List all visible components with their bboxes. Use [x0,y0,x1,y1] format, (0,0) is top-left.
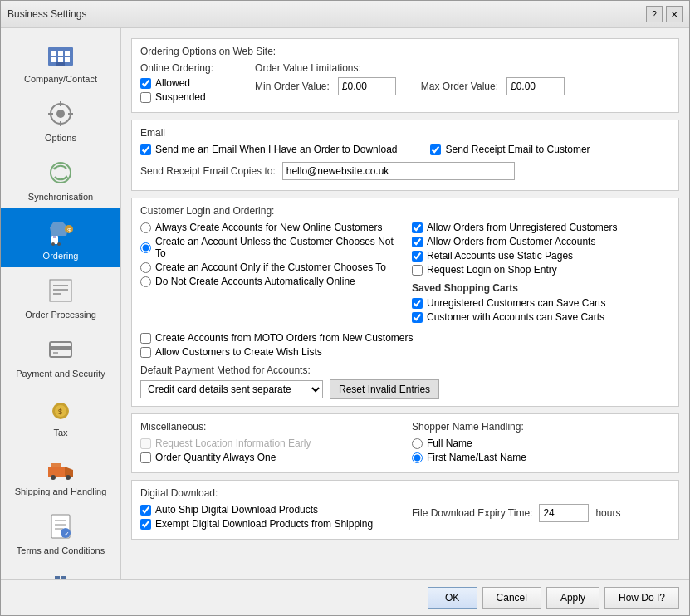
right-check-3: Request Login on Shop Entry [412,264,670,276]
title-controls: ? ✕ [646,6,683,22]
sidebar: Company/Contact Options Synchronisation … [1,28,121,579]
left-col: Always Create Accounts for New Online Cu… [140,222,399,325]
file-expiry-input[interactable] [539,504,589,522]
sidebar-item-address[interactable]: Address Lookup [1,562,120,579]
main-panel: Ordering Options on Web Site: Online Ord… [121,28,689,579]
radio-2[interactable] [140,262,151,273]
svg-text:$: $ [58,408,62,416]
options-icon [44,97,77,130]
exempt-digital-checkbox[interactable] [140,519,151,530]
radio-1[interactable] [140,242,151,253]
send-email-checkbox[interactable] [140,144,151,155]
saved-cart-checkbox-1[interactable] [412,312,423,323]
send-copies-label: Send Receipt Email Copies to: [140,165,276,177]
ok-button[interactable]: OK [428,587,477,609]
max-order-label: Max Order Value: [421,81,498,92]
order-qty-label: Order Quantity Always One [155,452,276,463]
radio-label-2: Create an Account Only if the Customer C… [155,262,386,273]
digital-left: Auto Ship Digital Download Products Exem… [140,504,399,532]
email-section: Email Send me an Email When I Have an Or… [131,120,679,191]
ordering-options-section: Ordering Options on Web Site: Online Ord… [131,38,679,113]
request-location-row: Request Location Information Early [140,438,399,449]
full-name-label: Full Name [427,438,472,449]
svg-text:✓: ✓ [64,530,70,538]
auto-ship-checkbox[interactable] [140,505,151,516]
svg-rect-7 [56,62,65,66]
file-expiry-row: File Download Expiry Time: hours [412,504,670,522]
default-payment-select[interactable]: Credit card details sent separate [140,380,323,398]
help-button[interactable]: ? [646,6,663,22]
sidebar-item-options[interactable]: Options [1,90,120,149]
extra-checkbox-0[interactable] [140,333,151,344]
svg-point-20 [57,242,61,246]
customer-login-section: Customer Login and Ordering: Always Crea… [131,198,679,407]
cancel-button[interactable]: Cancel [482,587,541,609]
saved-cart-check-0: Unregistered Customers can Save Carts [412,297,670,309]
sidebar-label-options: Options [45,133,76,143]
request-location-label: Request Location Information Early [155,438,311,449]
max-order-input[interactable] [506,77,565,95]
reset-invalid-button[interactable]: Reset Invalid Entries [330,379,439,399]
sidebar-item-shipping[interactable]: Shipping and Handling [1,444,120,503]
sidebar-item-company[interactable]: Company/Contact [1,32,120,90]
allowed-checkbox[interactable] [140,78,151,89]
sidebar-item-order-processing[interactable]: Order Processing [1,267,120,326]
apply-button[interactable]: Apply [546,587,599,609]
shopper-radio-fullname[interactable] [412,438,423,449]
radio-3[interactable] [140,276,151,287]
right-checkbox-3[interactable] [412,265,423,276]
shopper-name-group: Shopper Name Handling: Full Name First N… [412,421,670,466]
sidebar-item-synchronisation[interactable]: Synchronisation [1,149,120,208]
default-payment-row: Default Payment Method for Accounts: Cre… [140,364,670,399]
ordering-options-title: Ordering Options on Web Site: [140,46,670,57]
first-last-label: First Name/Last Name [427,452,526,463]
how-do-i-button[interactable]: How Do I? [604,587,679,609]
send-email-label: Send me an Email When I Have an Order to… [155,144,397,155]
svg-rect-18 [53,236,56,238]
sidebar-item-terms[interactable]: ✓ Terms and Conditions [1,503,120,562]
sidebar-item-payment[interactable]: Payment and Security [1,326,120,385]
min-order-input[interactable] [338,77,396,95]
sidebar-item-tax[interactable]: $ Tax [1,385,120,444]
svg-rect-2 [58,51,63,56]
saved-cart-checkbox-0[interactable] [412,298,423,309]
online-ordering-group: Online Ordering: Allowed Suspended [140,62,213,105]
default-payment-title: Default Payment Method for Accounts: [140,364,670,376]
close-button[interactable]: ✕ [666,6,683,22]
customer-login-cols: Always Create Accounts for New Online Cu… [140,222,670,325]
shopper-radio-1: First Name/Last Name [412,452,670,463]
svg-rect-4 [51,57,56,62]
radio-0[interactable] [140,222,151,233]
right-col: Allow Orders from Unregistered Customers… [412,222,670,325]
ordering-icon: $ [44,215,77,248]
sidebar-label-tax: Tax [53,428,67,438]
svg-point-36 [66,475,71,480]
right-checkbox-1[interactable] [412,237,423,247]
right-checkbox-2[interactable] [412,251,423,262]
suspended-checkbox[interactable] [140,92,151,103]
sidebar-label-payment: Payment and Security [16,369,105,379]
shopper-radio-firstlast[interactable] [412,452,423,463]
window-title: Business Settings [7,8,86,20]
min-order-label: Min Order Value: [255,81,330,92]
extra-check-1: Allow Customers to Create Wish Lists [140,346,670,358]
svg-point-35 [51,475,56,480]
send-receipt-checkbox[interactable] [430,144,441,155]
radio-row-0: Always Create Accounts for New Online Cu… [140,222,399,233]
sidebar-label-order-processing: Order Processing [25,310,96,320]
send-copies-input[interactable] [282,162,515,180]
radio-row-1: Create an Account Unless the Customer Ch… [140,236,399,259]
extra-checkbox-1[interactable] [140,347,151,358]
digital-section: Digital Download: Auto Ship Digital Down… [131,480,679,540]
radio-label-0: Always Create Accounts for New Online Cu… [155,222,382,233]
right-checkbox-0[interactable] [412,222,423,233]
shipping-icon [44,451,77,484]
order-processing-icon [44,274,77,307]
sidebar-item-ordering[interactable]: $ Ordering [1,208,120,267]
saved-cart-label-0: Unregistered Customers can Save Carts [427,297,605,309]
misc-title: Miscellaneous: [140,421,399,433]
digital-right: File Download Expiry Time: hours [412,504,670,532]
company-icon [44,38,77,71]
request-location-checkbox[interactable] [140,438,151,449]
order-qty-checkbox[interactable] [140,452,151,463]
